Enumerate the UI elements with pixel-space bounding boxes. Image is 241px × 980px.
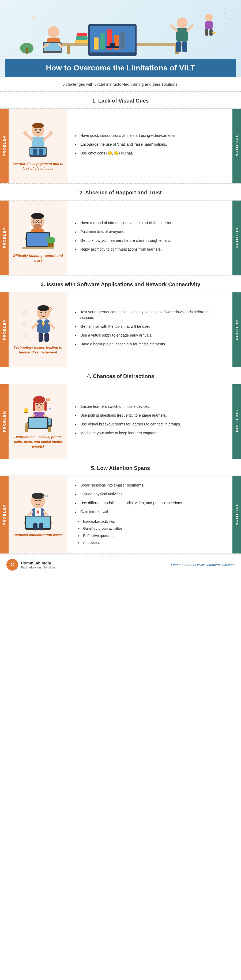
svg-rect-27	[182, 41, 187, 52]
svg-rect-79	[38, 333, 43, 342]
sub-solution-item: Gamified group activities	[78, 526, 225, 531]
solution-item: Use different modalities – audio, video,…	[75, 500, 225, 506]
solution-item: Use virtual breakout rooms for learners …	[75, 422, 225, 427]
solution-item: Post mini bios of everyone.	[75, 229, 225, 235]
website-url: www.commlabindia.com	[197, 563, 235, 567]
svg-text:⚙: ⚙	[21, 309, 28, 317]
svg-line-76	[33, 323, 37, 328]
svg-point-45	[49, 131, 53, 135]
challenge-1-caption: Learner disengagement due to lack of vis…	[11, 161, 65, 171]
solution-label-2: SOLUTION	[232, 200, 241, 275]
solution-label-3: SOLUTION	[232, 293, 241, 367]
solution-item: Encourage the use of 'chat' and 'raise h…	[75, 142, 225, 147]
svg-rect-14	[110, 43, 115, 46]
challenge-2-caption: Difficulty building rapport and trust	[11, 253, 65, 263]
challenge-1-problem-area: Learner disengagement due to lack of vis…	[9, 109, 67, 183]
challenge-3-block: PROBLEM ⚙ ⚙ ⚙	[0, 293, 241, 368]
solution-label-5: SOLUTION	[232, 476, 241, 554]
solution-item: Have a round of introductions at the sta…	[75, 220, 225, 226]
company-tagline: Rapid eLearning Solutions	[21, 566, 56, 569]
challenge-3-solution-area: Test your Internet connection, security …	[67, 293, 232, 367]
svg-rect-23	[176, 28, 188, 41]
solution-item: Break sessions into smaller segments.	[75, 482, 225, 488]
solution-item: Get to know your learners before class t…	[75, 238, 225, 243]
challenge-4-problem-area: ✉ 🔔 ✦ Distractions – emails, phone calls…	[9, 384, 67, 459]
svg-rect-34	[77, 33, 87, 37]
challenge-2-block: PROBLEM	[0, 200, 241, 275]
footer: C CommLab India Rapid eLearning Solution…	[0, 554, 241, 575]
svg-rect-84	[25, 425, 28, 432]
svg-rect-49	[39, 149, 43, 156]
svg-point-50	[35, 129, 37, 130]
svg-rect-115	[33, 523, 37, 530]
solution-item: Ensure learners switch off mobile device…	[75, 404, 225, 409]
problem-label-3: PROBLEM	[0, 293, 9, 367]
challenge-1-block: PROBLEM	[0, 109, 241, 184]
problem-label-4: PROBLEM	[0, 384, 9, 459]
solution-item: Use a virtual lobby to engage early arri…	[75, 332, 225, 338]
svg-point-2	[235, 12, 236, 14]
svg-rect-47	[30, 148, 46, 155]
challenge-3-illustration: ⚙ ⚙ ⚙ ?	[19, 304, 57, 342]
solution-item: Test your Internet connection, security …	[75, 309, 225, 320]
svg-rect-26	[176, 41, 181, 52]
challenge-2-section: 2. Absence of Rapport and Trust PROBLEM	[0, 184, 241, 275]
solution-label-1: SOLUTION	[232, 109, 241, 183]
challenge-1-title: 1. Lack of Visual Cues	[0, 92, 241, 109]
svg-point-3	[227, 23, 229, 25]
challenge-1-illustration	[19, 121, 57, 158]
challenge-4-solution-area: Ensure learners switch off mobile device…	[67, 384, 232, 459]
challenge-4-section: 4. Chances of Distractions PROBLEM	[0, 368, 241, 459]
problem-label-5: PROBLEM	[0, 476, 9, 554]
hero-title-bar: How to Overcome the Limitations of VILT	[5, 59, 236, 77]
challenge-5-title: 5. Low Attention Spans	[0, 459, 241, 476]
svg-rect-41	[32, 137, 45, 149]
svg-point-53	[31, 213, 44, 219]
challenge-2-solution-area: Have a round of introductions at the sta…	[67, 200, 232, 275]
subtitle-bar: 5 challenges with virtual instructor-led…	[0, 77, 241, 92]
svg-text:✉: ✉	[46, 397, 50, 402]
svg-rect-80	[45, 333, 49, 342]
challenge-4-title: 4. Chances of Distractions	[0, 368, 241, 384]
svg-rect-15	[106, 46, 119, 48]
sub-solution-item: Icebreaker activities	[78, 519, 225, 524]
svg-text:?: ?	[48, 306, 52, 313]
svg-rect-9	[94, 38, 99, 49]
challenge-5-section: 5. Low Attention Spans PROBLEM zzz	[0, 459, 241, 554]
challenge-5-solutions: Break sessions into smaller segments. In…	[75, 482, 225, 518]
svg-text:✦: ✦	[48, 407, 52, 411]
hero-section: ★ ✦ How to Overcome the Limitations of V…	[0, 0, 241, 77]
svg-point-16	[48, 26, 59, 38]
challenge-5-sub-solutions: Icebreaker activities Gamified group act…	[78, 519, 225, 547]
find-text: Find out more at	[171, 563, 197, 567]
svg-rect-5	[67, 46, 70, 54]
challenge-5-caption: Reduced concentration levels	[13, 533, 63, 538]
svg-text:⚙: ⚙	[22, 321, 27, 328]
solution-item: Have quick introductions at the start us…	[75, 133, 225, 138]
sub-solution-item: Anecdotes	[78, 540, 225, 546]
challenge-4-block: PROBLEM	[0, 384, 241, 459]
svg-point-92	[40, 404, 42, 406]
challenge-4-illustration: ✉ 🔔 ✦	[19, 394, 57, 431]
svg-rect-63	[27, 233, 49, 246]
challenge-4-solutions: Ensure learners switch off mobile device…	[75, 404, 225, 439]
svg-point-82	[45, 312, 46, 313]
footer-logo: C CommLab India Rapid eLearning Solution…	[6, 559, 56, 571]
svg-rect-36	[26, 48, 27, 54]
challenge-3-problem-area: ⚙ ⚙ ⚙ ?	[9, 293, 67, 367]
solution-item: Use emoticons (😊, 😕) in chat.	[75, 151, 225, 156]
main-title: How to Overcome the Limitations of VILT	[16, 64, 225, 72]
problem-label-1: PROBLEM	[0, 109, 9, 183]
hero-illustration: ★ ✦	[5, 8, 236, 56]
svg-line-77	[49, 323, 54, 328]
challenge-2-illustration	[19, 213, 57, 250]
svg-point-51	[39, 129, 41, 130]
svg-point-104	[32, 493, 45, 499]
svg-point-40	[32, 123, 44, 128]
svg-point-72	[37, 305, 49, 311]
solution-item: Include physical activities.	[75, 492, 225, 497]
svg-rect-10	[101, 33, 105, 49]
svg-rect-33	[76, 37, 88, 40]
challenge-5-illustration: zzz	[19, 492, 57, 529]
challenge-5-problem-area: zzz	[9, 476, 67, 554]
